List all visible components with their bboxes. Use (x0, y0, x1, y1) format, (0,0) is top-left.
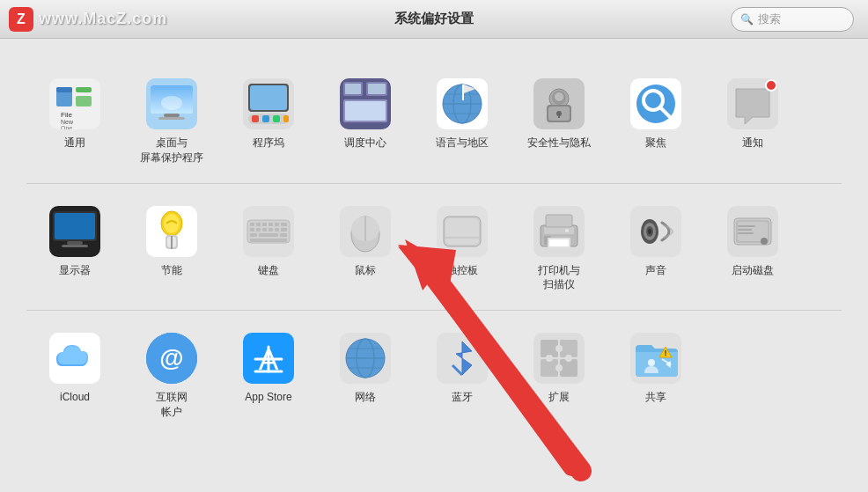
network-icon (339, 332, 392, 385)
svg-rect-52 (55, 213, 95, 239)
energy-icon (145, 205, 198, 258)
startup-label: 启动磁盘 (732, 263, 774, 278)
printer-label: 打印机与扫描仪 (538, 263, 580, 293)
trackpad-label: 触控板 (446, 263, 478, 278)
section-hardware: 显示器 节能 (26, 184, 842, 312)
svg-rect-2 (56, 87, 72, 92)
svg-rect-105 (738, 225, 755, 227)
security-icon (533, 77, 585, 130)
svg-rect-85 (445, 218, 479, 245)
watermark-url: www.MacZ.com (39, 10, 167, 28)
pref-notify[interactable]: 通知 (704, 72, 801, 171)
svg-rect-71 (262, 228, 267, 231)
desktop-icon (145, 77, 198, 130)
pref-trackpad[interactable]: 触控板 (414, 200, 511, 298)
pref-security[interactable]: 安全性与隐私 (511, 72, 607, 171)
internet-label: 互联网帐户 (156, 390, 188, 420)
section-general: File New One 通用 (26, 56, 842, 184)
dock-icon (242, 77, 295, 130)
svg-rect-69 (250, 228, 254, 231)
svg-point-129 (555, 345, 563, 352)
svg-rect-77 (280, 233, 287, 237)
spotlight-label: 聚焦 (645, 136, 666, 151)
svg-rect-26 (345, 84, 361, 94)
svg-rect-107 (738, 232, 754, 234)
svg-point-40 (555, 92, 563, 101)
svg-rect-28 (345, 101, 386, 121)
search-placeholder: 搜索 (758, 11, 781, 27)
display-label: 显示器 (59, 263, 91, 278)
main-content: File New One 通用 (0, 39, 868, 455)
svg-point-130 (546, 355, 553, 362)
search-icon: 🔍 (740, 13, 754, 26)
pref-printer[interactable]: 打印机与扫描仪 (511, 200, 607, 298)
svg-rect-18 (252, 115, 259, 122)
svg-rect-27 (368, 84, 386, 94)
pref-extensions[interactable]: 扩展 (511, 327, 607, 425)
svg-text:@: @ (159, 344, 183, 371)
trackpad-icon (436, 205, 489, 258)
pref-language[interactable]: 语言与地区 (414, 72, 511, 171)
svg-rect-91 (546, 215, 572, 227)
pref-sound[interactable]: 声音 (607, 200, 704, 298)
svg-rect-4 (76, 96, 92, 106)
pref-display[interactable]: 显示器 (26, 200, 123, 298)
titlebar: Z www.MacZ.com 系统偏好设置 🔍 搜索 (0, 0, 868, 39)
extensions-label: 扩展 (548, 390, 570, 405)
svg-rect-19 (262, 115, 269, 122)
pref-internet[interactable]: @ 互联网帐户 (123, 327, 220, 425)
svg-text:New: New (61, 119, 74, 125)
icloud-icon (48, 332, 101, 385)
language-icon (436, 77, 489, 130)
svg-rect-73 (275, 228, 279, 231)
security-label: 安全性与隐私 (527, 136, 591, 151)
svg-rect-93 (549, 239, 569, 246)
svg-rect-78 (250, 239, 287, 242)
pref-bluetooth[interactable]: 蓝牙 (414, 327, 511, 425)
svg-rect-67 (275, 223, 279, 226)
keyboard-icon (242, 205, 295, 258)
pref-spotlight[interactable]: 聚焦 (607, 72, 704, 171)
svg-point-99 (648, 229, 651, 234)
search-box[interactable]: 🔍 搜索 (731, 7, 854, 32)
bluetooth-label: 蓝牙 (452, 390, 473, 405)
svg-rect-20 (273, 115, 280, 122)
pref-general[interactable]: File New One 通用 (26, 72, 123, 171)
svg-point-132 (555, 364, 563, 371)
pref-dock[interactable]: 程序坞 (220, 72, 317, 171)
watermark: Z www.MacZ.com (9, 7, 167, 32)
sharing-icon: ! (629, 332, 682, 385)
svg-rect-89 (544, 227, 574, 234)
svg-rect-13 (158, 117, 185, 120)
titlebar-title: 系统偏好设置 (394, 11, 474, 27)
extensions-icon (533, 332, 585, 385)
svg-point-131 (565, 355, 572, 362)
pref-desktop[interactable]: 桌面与屏幕保护程序 (123, 72, 220, 171)
pref-mission[interactable]: 调度中心 (317, 72, 414, 171)
pref-network[interactable]: 网络 (317, 327, 414, 425)
pref-icloud[interactable]: iCloud (26, 327, 123, 425)
svg-rect-21 (283, 115, 289, 122)
pref-sharing[interactable]: ! 共享 (607, 327, 704, 425)
general-icon: File New One (48, 77, 101, 130)
spotlight-icon (629, 77, 682, 130)
pref-keyboard[interactable]: 键盘 (220, 200, 317, 298)
svg-point-134 (648, 359, 655, 366)
svg-rect-53 (67, 241, 83, 245)
section-other: iCloud @ 互联网帐户 A (26, 311, 842, 437)
printer-icon (533, 205, 585, 258)
pref-mouse[interactable]: 鼠标 (317, 200, 414, 298)
mission-label: 调度中心 (344, 136, 386, 151)
svg-point-11 (161, 96, 182, 110)
sound-icon (629, 205, 682, 258)
pref-startup[interactable]: 启动磁盘 (704, 200, 801, 298)
notify-label: 通知 (742, 136, 763, 151)
mouse-icon (339, 205, 392, 258)
mission-icon (339, 77, 392, 130)
svg-rect-54 (62, 245, 88, 247)
svg-rect-106 (738, 229, 752, 231)
pref-energy[interactable]: 节能 (123, 200, 220, 298)
svg-point-104 (761, 238, 768, 245)
mouse-label: 鼠标 (355, 263, 376, 278)
pref-appstore[interactable]: A App Store (220, 327, 317, 425)
